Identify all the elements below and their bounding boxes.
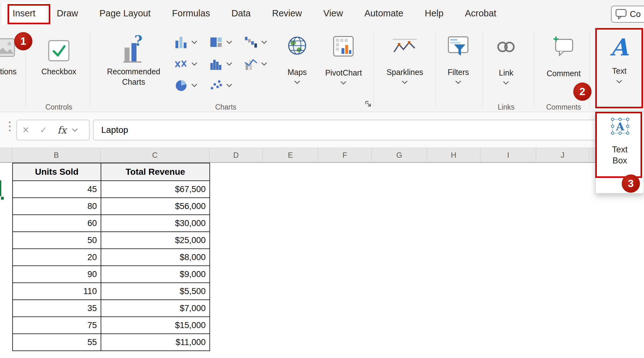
chevron-down-icon bbox=[340, 81, 347, 85]
chevron-down-icon bbox=[191, 62, 197, 66]
insert-function-button[interactable]: fx bbox=[52, 124, 72, 136]
cell-units[interactable]: 75 bbox=[13, 317, 101, 334]
chevron-down-icon bbox=[261, 62, 267, 66]
formula-input[interactable]: Laptop bbox=[93, 120, 644, 140]
column-header-i[interactable]: I bbox=[480, 148, 536, 162]
tab-automate[interactable]: Automate bbox=[354, 2, 414, 25]
cell-units[interactable]: 55 bbox=[13, 334, 101, 351]
insert-combo-chart-button[interactable] bbox=[244, 56, 267, 72]
table-row: 60$30,000 bbox=[13, 215, 210, 232]
histogram-chart-icon bbox=[209, 57, 223, 71]
cell-revenue[interactable]: $5,500 bbox=[101, 283, 210, 300]
cell-units[interactable]: 20 bbox=[13, 249, 101, 266]
tab-page-layout[interactable]: Page Layout bbox=[89, 2, 161, 25]
charts-group-label: Charts bbox=[194, 103, 257, 111]
insert-scatter-chart-button[interactable] bbox=[209, 77, 232, 93]
cell-revenue[interactable]: $8,000 bbox=[101, 249, 210, 266]
tab-formulas[interactable]: Formulas bbox=[161, 2, 221, 25]
enter-button[interactable]: ✓ bbox=[35, 125, 52, 135]
maps-button[interactable]: Maps bbox=[280, 33, 314, 101]
cell-revenue[interactable]: $30,000 bbox=[101, 215, 210, 232]
annotation-box-text-button bbox=[595, 28, 643, 108]
pie-chart-icon bbox=[174, 78, 188, 93]
insert-statistic-chart-button[interactable] bbox=[209, 56, 232, 72]
tab-acrobat[interactable]: Acrobat bbox=[454, 2, 507, 25]
insert-column-chart-button[interactable] bbox=[174, 34, 197, 50]
insert-hierarchy-chart-button[interactable] bbox=[209, 34, 232, 50]
filters-button[interactable]: Filters bbox=[440, 33, 476, 101]
insert-pie-chart-button[interactable] bbox=[174, 77, 197, 93]
cell-units[interactable]: 60 bbox=[13, 215, 101, 232]
sparklines-icon bbox=[392, 38, 417, 56]
cell-units[interactable]: 80 bbox=[13, 198, 101, 215]
tab-help[interactable]: Help bbox=[414, 2, 454, 25]
column-header-g[interactable]: G bbox=[372, 148, 427, 162]
filters-icon bbox=[447, 36, 469, 60]
column-header-j[interactable]: J bbox=[536, 148, 589, 162]
cell-revenue[interactable]: $67,500 bbox=[101, 181, 210, 198]
filters-label: Filters bbox=[440, 67, 476, 77]
data-table: Units Sold Total Revenue 45$67,500 80$56… bbox=[12, 163, 210, 351]
pivotchart-button[interactable]: PivotChart bbox=[322, 33, 365, 101]
formula-bar-grip[interactable]: ⋮ bbox=[4, 119, 16, 133]
comments-button[interactable]: Co bbox=[611, 6, 644, 23]
cell-units[interactable]: 90 bbox=[13, 266, 101, 283]
combo-chart-icon bbox=[244, 57, 258, 71]
link-button[interactable]: Link bbox=[488, 33, 524, 101]
cell-revenue[interactable]: $11,000 bbox=[101, 334, 210, 351]
cell-revenue[interactable]: $15,000 bbox=[101, 317, 210, 334]
column-header-f[interactable]: F bbox=[318, 148, 372, 162]
chevron-down-icon[interactable] bbox=[72, 128, 78, 132]
cell-units[interactable]: 50 bbox=[13, 232, 101, 249]
cell-units[interactable]: 35 bbox=[13, 300, 101, 317]
column-header-d[interactable]: D bbox=[209, 148, 263, 162]
chevron-down-icon bbox=[503, 81, 509, 85]
selection-border-partial bbox=[0, 180, 1, 196]
maps-globe-icon bbox=[287, 36, 307, 56]
column-header-a-partial[interactable] bbox=[0, 148, 12, 162]
annotation-box-text-box-item bbox=[595, 112, 642, 178]
comments-button-label: Co bbox=[630, 9, 641, 19]
controls-group-label: Controls bbox=[35, 103, 82, 111]
column-header-c[interactable]: C bbox=[101, 148, 209, 162]
chevron-down-icon bbox=[226, 40, 232, 44]
cell-revenue[interactable]: $7,000 bbox=[101, 300, 210, 317]
fill-handle[interactable] bbox=[0, 196, 4, 200]
sparklines-button[interactable]: Sparklines bbox=[385, 33, 425, 101]
column-header-b[interactable]: B bbox=[12, 148, 101, 162]
column-header-h[interactable]: H bbox=[427, 148, 480, 162]
table-header-row: Units Sold Total Revenue bbox=[13, 163, 210, 181]
header-cell-total-revenue[interactable]: Total Revenue bbox=[101, 163, 210, 181]
cell-revenue[interactable]: $56,000 bbox=[101, 198, 210, 215]
cancel-button[interactable]: ✕ bbox=[17, 125, 35, 135]
ribbon-tab-bar: Insert Draw Page Layout Formulas Data Re… bbox=[0, 0, 644, 27]
recommended-charts-label: Recommended Charts bbox=[97, 66, 170, 87]
checkbox-button[interactable]: Checkbox bbox=[35, 31, 82, 97]
table-row: 35$7,000 bbox=[13, 300, 210, 317]
table-row: 90$9,000 bbox=[13, 266, 210, 283]
recommended-charts-button[interactable]: ? Recommended Charts bbox=[97, 32, 170, 99]
checkbox-icon bbox=[46, 38, 71, 63]
cell-revenue[interactable]: $9,000 bbox=[101, 266, 210, 283]
annotation-step-2: 2 bbox=[573, 82, 591, 101]
header-cell-units-sold[interactable]: Units Sold bbox=[13, 163, 101, 181]
table-row: 50$25,000 bbox=[13, 232, 210, 249]
column-header-e[interactable]: E bbox=[263, 148, 318, 162]
group-separator bbox=[374, 31, 374, 107]
tab-data[interactable]: Data bbox=[221, 2, 261, 25]
checkbox-label: Checkbox bbox=[35, 66, 82, 77]
tab-review[interactable]: Review bbox=[261, 2, 313, 25]
hierarchy-chart-icon bbox=[209, 35, 223, 49]
tab-view[interactable]: View bbox=[313, 2, 353, 25]
cell-revenue[interactable]: $25,000 bbox=[101, 232, 210, 249]
insert-waterfall-chart-button[interactable] bbox=[244, 34, 267, 50]
cell-units[interactable]: 110 bbox=[13, 283, 101, 300]
cell-units[interactable]: 45 bbox=[13, 181, 101, 198]
charts-dialog-launcher[interactable] bbox=[364, 100, 372, 108]
pivotchart-label: PivotChart bbox=[322, 68, 365, 78]
scatter-chart-icon bbox=[209, 78, 223, 93]
insert-line-or-area-chart-button[interactable] bbox=[174, 56, 197, 72]
tab-draw[interactable]: Draw bbox=[46, 2, 89, 25]
chevron-down-icon bbox=[261, 40, 267, 44]
pivotchart-icon bbox=[333, 36, 354, 57]
